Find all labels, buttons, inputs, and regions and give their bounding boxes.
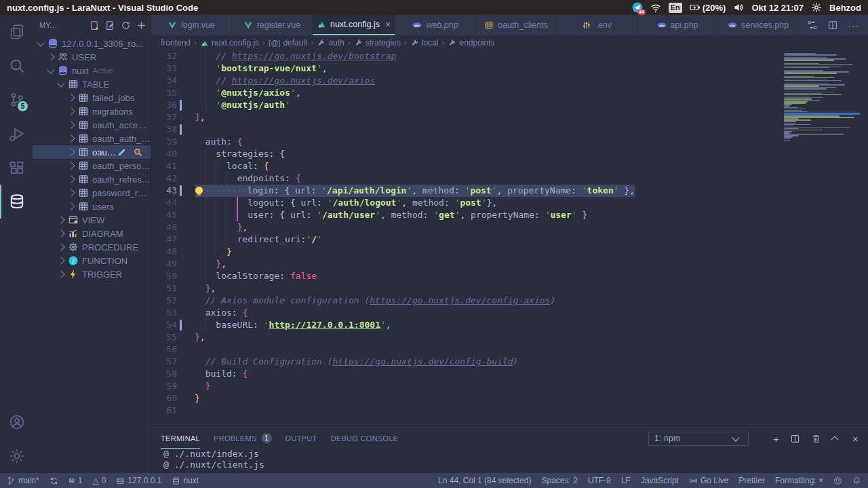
chevron-down-icon[interactable] bbox=[37, 39, 44, 46]
tree-item-function[interactable]: fFUNCTION bbox=[33, 254, 151, 267]
search-view-button[interactable] bbox=[0, 49, 33, 83]
terminal-output[interactable]: @ ./.nuxt/index.js@ ./.nuxt/client.js bbox=[151, 449, 868, 473]
chevron-right-icon[interactable] bbox=[57, 229, 64, 237]
chevron-right-icon[interactable] bbox=[47, 53, 54, 60]
panel-tab-output[interactable]: OUTPUT bbox=[285, 428, 317, 449]
edit-file-icon[interactable] bbox=[105, 20, 115, 31]
code-line[interactable]: 47 redirect_uri:'/' bbox=[151, 233, 868, 246]
database-view-button[interactable] bbox=[0, 185, 33, 219]
tree-item-127-0-0-1-3306-ro[interactable]: 127.0.0.1_3306_ro... bbox=[33, 37, 151, 50]
chevron-right-icon[interactable] bbox=[67, 134, 75, 142]
battery-indicator[interactable]: (20%) bbox=[690, 2, 726, 13]
chevron-right-icon[interactable] bbox=[67, 189, 75, 196]
code-line[interactable]: 48 } bbox=[151, 246, 868, 258]
status-db-name[interactable]: nuxt bbox=[172, 476, 199, 485]
tree-item-oauth-person[interactable]: oauth_person... bbox=[33, 159, 151, 172]
breadcrumb-item-frontend[interactable]: frontend bbox=[161, 38, 191, 48]
chevron-right-icon[interactable] bbox=[57, 270, 64, 278]
code-line[interactable]: 40 strategies: { bbox=[151, 148, 868, 160]
code-line[interactable]: 54 baseURL: 'http://127.0.0.1:8001', bbox=[151, 319, 868, 331]
pencil-icon[interactable] bbox=[117, 147, 127, 157]
tab-register-vue[interactable]: register.vue bbox=[232, 15, 313, 35]
kill-terminal-icon[interactable] bbox=[811, 434, 821, 444]
code-line[interactable]: 61 bbox=[151, 405, 868, 417]
settings-button[interactable] bbox=[0, 439, 33, 473]
code-line[interactable]: 41 local: { bbox=[151, 160, 868, 172]
chevron-right-icon[interactable] bbox=[57, 257, 64, 264]
tree-item-diagram[interactable]: DIAGRAM bbox=[33, 227, 151, 240]
status-prettier[interactable]: Prettier bbox=[738, 476, 765, 485]
code-editor[interactable]: 32 // https://go.nuxtjs.dev/bootstrap33 … bbox=[151, 50, 868, 428]
code-line[interactable]: 49 }, bbox=[151, 258, 868, 270]
tree-item-nuxt[interactable]: nuxtActive bbox=[33, 64, 151, 77]
tree-item-table[interactable]: TABLE bbox=[33, 77, 151, 91]
telegram-icon[interactable]: 44 bbox=[632, 2, 643, 13]
code-line[interactable]: 34 // https://go.nuxtjs.dev/axios bbox=[151, 75, 868, 87]
tree-item-procedure[interactable]: PROCEDURE bbox=[33, 240, 151, 254]
status-indentation[interactable]: Spaces: 2 bbox=[542, 476, 578, 485]
status-language-mode[interactable]: JavaScript bbox=[641, 476, 679, 485]
status-git-sync[interactable] bbox=[50, 476, 58, 485]
code-line[interactable]: 39 auth: { bbox=[151, 136, 868, 148]
chevron-right-icon[interactable] bbox=[67, 94, 75, 101]
code-line[interactable]: 60} bbox=[151, 392, 868, 405]
new-file-icon[interactable] bbox=[90, 20, 100, 31]
chevron-right-icon[interactable] bbox=[67, 202, 75, 210]
breadcrumb-item-auth[interactable]: auth bbox=[317, 38, 344, 48]
lightbulb-icon[interactable] bbox=[195, 187, 203, 194]
code-line[interactable]: 56 bbox=[151, 343, 868, 356]
wifi-icon[interactable] bbox=[650, 2, 661, 13]
terminal-selector[interactable]: 1: npm bbox=[648, 432, 749, 446]
tab-api-php[interactable]: phpapi.php bbox=[637, 15, 718, 35]
breadcrumb-item-strategies[interactable]: strategies bbox=[354, 38, 401, 48]
code-line[interactable]: 51 }, bbox=[151, 282, 868, 295]
chevron-right-icon[interactable] bbox=[67, 121, 75, 128]
code-line[interactable]: 58 build: { bbox=[151, 368, 868, 380]
chevron-right-icon[interactable] bbox=[67, 148, 75, 155]
status-go-live[interactable]: Go Live bbox=[689, 476, 728, 485]
chevron-right-icon[interactable] bbox=[67, 162, 75, 169]
tree-item-migrations[interactable]: migrations bbox=[33, 105, 151, 118]
split-editor-icon[interactable] bbox=[827, 20, 838, 31]
panel-tab-problems[interactable]: PROBLEMS1 bbox=[214, 428, 272, 449]
minimap[interactable] bbox=[784, 53, 860, 141]
status-errors[interactable]: ⊗1 bbox=[68, 476, 83, 485]
magnifier-icon[interactable] bbox=[133, 147, 143, 157]
status-db-host[interactable]: 127.0.0.1 bbox=[116, 476, 161, 485]
status-encoding[interactable]: UTF-8 bbox=[588, 476, 611, 485]
code-line[interactable]: 57 // Build Configuration (https://go.nu… bbox=[151, 356, 868, 368]
code-line[interactable]: 52 // Axios module configuration (https:… bbox=[151, 295, 868, 307]
chevron-right-icon[interactable] bbox=[67, 175, 75, 183]
split-terminal-icon[interactable] bbox=[790, 434, 800, 444]
tree-item-oauth-auth-c[interactable]: oauth_auth_c... bbox=[33, 132, 151, 145]
tab-services-php[interactable]: phpservices.php bbox=[718, 15, 799, 35]
tab-login-vue[interactable]: login.vue bbox=[151, 15, 232, 35]
tab-web-php[interactable]: phpweb.php bbox=[395, 15, 476, 35]
code-line[interactable]: 42 endpoints: { bbox=[151, 172, 868, 185]
code-line[interactable]: 33 'bootstrap-vue/nuxt', bbox=[151, 62, 868, 75]
tab--env[interactable]: .env bbox=[557, 15, 637, 35]
tree-item-trigger[interactable]: TRIGGER bbox=[33, 267, 151, 281]
code-line[interactable]: 46 }, bbox=[151, 221, 868, 233]
status-warnings[interactable]: △0 bbox=[92, 476, 106, 485]
user-name[interactable]: Behzod bbox=[829, 3, 861, 13]
tree-item-oauth-refresh[interactable]: oauth_refresh... bbox=[33, 172, 151, 186]
add-connection-icon[interactable] bbox=[136, 20, 146, 31]
status-git-branch[interactable]: main* bbox=[7, 476, 39, 485]
status-cursor-position[interactable]: Ln 44, Col 1 (84 selected) bbox=[438, 476, 531, 485]
tree-item-password-res[interactable]: password_res... bbox=[33, 186, 151, 200]
chevron-right-icon[interactable] bbox=[57, 243, 64, 250]
keyboard-layout-indicator[interactable]: En bbox=[669, 3, 682, 13]
source-control-view-button[interactable]: 5 bbox=[0, 83, 33, 117]
volume-icon[interactable] bbox=[733, 2, 744, 13]
refresh-icon[interactable] bbox=[121, 20, 131, 31]
status-feedback[interactable] bbox=[833, 476, 842, 485]
explorer-view-button[interactable] bbox=[0, 15, 33, 49]
code-line[interactable]: 38 bbox=[151, 124, 868, 136]
chevron-right-icon[interactable] bbox=[57, 216, 64, 223]
tree-item-users[interactable]: users bbox=[33, 200, 151, 213]
code-line[interactable]: 50 localStorage: false bbox=[151, 270, 868, 282]
close-panel-icon[interactable]: × bbox=[852, 434, 859, 444]
status-notifications[interactable] bbox=[852, 476, 861, 485]
breadcrumb-item-endpoints[interactable]: endpoints bbox=[448, 38, 494, 48]
